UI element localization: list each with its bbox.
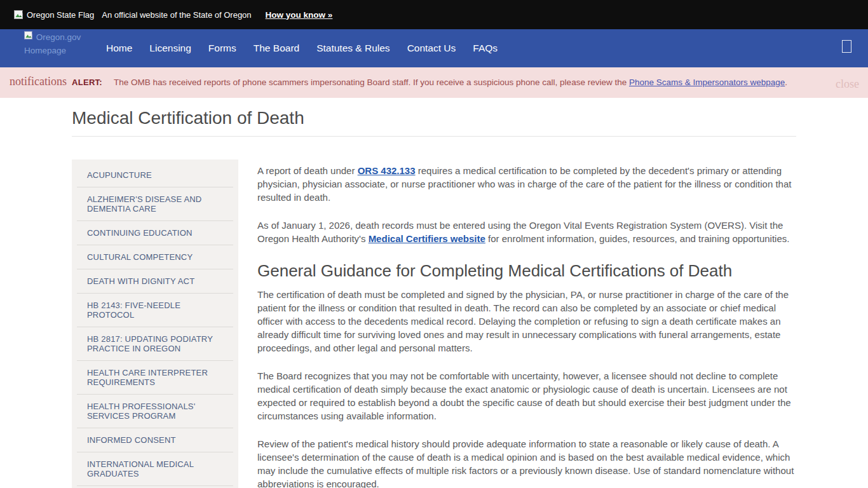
nav-item-statutes-rules[interactable]: Statutes & Rules [316,43,390,54]
overs-paragraph: As of January 1, 2026, death records mus… [257,219,796,245]
notifications-icon: notifications [10,75,67,88]
content-layout: ACUPUNCTURE ALZHEIMER'S DISEASE AND DEME… [72,159,796,488]
nav-item-licensing[interactable]: Licensing [149,43,191,54]
alert-message-end: . [785,78,787,87]
how-you-know-link[interactable]: How you know » [266,10,333,20]
phone-scams-link[interactable]: Phone Scams & Impersonators webpage [629,78,785,87]
search-icon[interactable] [842,40,851,53]
overs-text-end: for enrolment information, guides, resou… [485,233,790,244]
close-icon[interactable]: close [836,78,859,91]
article-content: A report of death under ORS 432.133 requ… [257,159,796,488]
main-navbar: Oregon.gov Homepage Home Licensing Forms… [0,29,868,67]
oregon-gov-logo[interactable]: Oregon.gov Homepage [24,30,88,57]
guidance-paragraph-2: The Board recognizes that you may not be… [257,369,796,423]
intro-text: A report of death under [257,165,358,176]
topics-sidebar: ACUPUNCTURE ALZHEIMER'S DISEASE AND DEME… [72,159,238,488]
sidebar-item-death-with-dignity[interactable]: DEATH WITH DIGNITY ACT [72,269,238,293]
sidebar-item-hb2817[interactable]: HB 2817: UPDATING PODIATRY PRACTICE IN O… [72,327,238,360]
guidance-paragraph-1: The certification of death must be compl… [257,288,796,355]
intro-paragraph: A report of death under ORS 432.133 requ… [257,164,796,204]
nav-item-home[interactable]: Home [106,43,132,54]
broken-image-icon [24,31,34,40]
alert-banner: notificationsALERT:The OMB has received … [0,67,868,98]
sidebar-item-continuing-education[interactable]: CONTINUING EDUCATION [72,221,238,245]
nav-item-forms[interactable]: Forms [208,43,236,54]
sidebar-item-interpreter[interactable]: HEALTH CARE INTERPRETER REQUIREMENTS [72,361,238,394]
alert-label: ALERT: [72,78,102,87]
alert-message: The OMB has received reports of phone sc… [114,78,629,87]
sidebar-item-acupuncture[interactable]: ACUPUNCTURE [72,163,238,187]
sidebar-item-international-grads[interactable]: INTERNATIONAL MEDICAL GRADUATES [72,452,238,485]
ors-432-133-link[interactable]: ORS 432.133 [358,165,416,176]
nav-item-the-board[interactable]: The Board [254,43,299,54]
page-container: Medical Certification of Death ACUPUNCTU… [0,98,868,488]
nav-item-faqs[interactable]: FAQs [473,43,498,54]
sidebar-item-alzheimers[interactable]: ALZHEIMER'S DISEASE AND DEMENTIA CARE [72,187,238,220]
flag-alt-text: Oregon State Flag [27,10,94,20]
official-state-bar: Oregon State Flag An official website of… [0,0,868,29]
medical-certifiers-link[interactable]: Medical Certifiers website [369,233,485,244]
page-title: Medical Certification of Death [72,108,796,137]
guidance-paragraph-3: Review of the patient's medical history … [257,437,796,488]
sidebar-item-informed-consent[interactable]: INFORMED CONSENT [72,428,238,452]
sidebar-item-hpsp[interactable]: HEALTH PROFESSIONALS' SERVICES PROGRAM [72,395,238,428]
sidebar-divider [77,485,233,486]
official-website-text: An official website of the State of Oreg… [102,10,251,20]
broken-image-icon [14,10,24,20]
sidebar-item-cultural-competency[interactable]: CULTURAL COMPETENCY [72,245,238,269]
nav-item-contact-us[interactable]: Contact Us [407,43,456,54]
sidebar-item-hb2143[interactable]: HB 2143: FIVE-NEEDLE PROTOCOL [72,294,238,327]
section-title-general-guidance: General Guidance for Completing Medical … [257,264,796,278]
nav-links: Home Licensing Forms The Board Statutes … [106,43,498,54]
